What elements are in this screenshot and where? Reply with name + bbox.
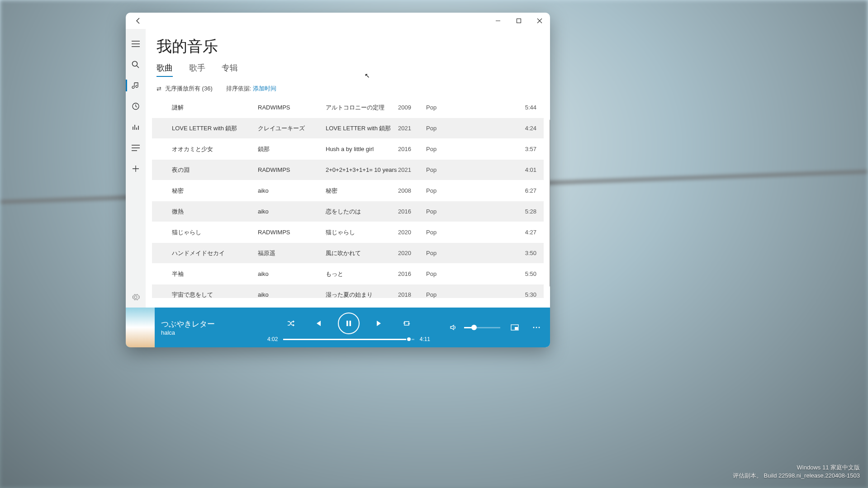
song-year: 2016	[398, 270, 426, 277]
hamburger-button[interactable]	[126, 33, 146, 54]
groove-music-window: 我的音乐 ↖ 歌曲 歌手 专辑 ⇄ 无序播放所有 (36) 排序依据: 添加时间…	[126, 13, 550, 347]
album-art[interactable]	[126, 308, 155, 347]
repeat-icon	[403, 319, 411, 327]
svg-rect-8	[515, 327, 518, 330]
content-area: 我的音乐 ↖ 歌曲 歌手 专辑 ⇄ 无序播放所有 (36) 排序依据: 添加时间…	[146, 29, 550, 308]
song-artist: RADWIMPS	[258, 166, 326, 173]
song-year: 2018	[398, 291, 426, 298]
song-duration: 5:30	[457, 291, 540, 298]
song-duration: 5:50	[457, 270, 540, 277]
song-row[interactable]: 謎解RADWIMPSアルトコロニーの定理2009Pop5:44	[152, 97, 544, 118]
sidebar-item-playlists[interactable]	[126, 137, 146, 158]
play-pause-button[interactable]	[338, 313, 360, 334]
volume-bar[interactable]	[464, 327, 500, 328]
song-album: 風に吹かれて	[326, 249, 398, 257]
song-title: 夜の淵	[172, 166, 258, 174]
tab-albums[interactable]: 专辑	[222, 62, 238, 77]
transport-controls	[284, 313, 414, 334]
song-year: 2016	[398, 208, 426, 215]
song-title: ハンドメイドセカイ	[172, 249, 258, 257]
song-row[interactable]: 秘密aiko秘密2008Pop6:27	[152, 180, 544, 201]
volume-icon	[449, 323, 457, 332]
svg-line-3	[137, 66, 139, 68]
settings-button[interactable]	[126, 287, 146, 308]
volume-button[interactable]	[446, 320, 460, 335]
song-list[interactable]: 謎解RADWIMPSアルトコロニーの定理2009Pop5:44LOVE LETT…	[146, 95, 550, 298]
scrollbar-thumb[interactable]	[550, 119, 550, 287]
shuffle-button[interactable]	[284, 316, 298, 331]
previous-button[interactable]	[311, 316, 325, 331]
song-artist: クレイユーキーズ	[258, 124, 326, 133]
shuffle-all-button[interactable]: ⇄ 无序播放所有 (36)	[157, 85, 213, 93]
repeat-button[interactable]	[399, 316, 414, 331]
song-year: 2020	[398, 229, 426, 236]
tab-artists[interactable]: 歌手	[189, 62, 205, 77]
search-button[interactable]	[126, 54, 146, 75]
song-row[interactable]: LOVE LETTER with 鎖那クレイユーキーズLOVE LETTER w…	[152, 118, 544, 138]
maximize-icon	[516, 18, 522, 24]
song-row[interactable]: 宇宙で息をしてaiko湿った夏の始まり2018Pop5:30	[152, 284, 544, 298]
now-playing-artist: halca	[161, 329, 251, 336]
song-genre: Pop	[426, 208, 457, 215]
song-genre: Pop	[426, 229, 457, 236]
sidebar-item-my-music[interactable]	[126, 75, 146, 96]
song-album: 秘密	[326, 187, 398, 195]
time-elapsed: 4:02	[267, 336, 278, 342]
watermark-line1: Windows 11 家庭中文版	[733, 464, 860, 472]
svg-rect-5	[346, 321, 348, 326]
song-artist: aiko	[258, 291, 326, 298]
svg-point-9	[533, 327, 535, 328]
close-button[interactable]	[529, 13, 550, 29]
song-duration: 4:01	[457, 166, 540, 173]
minimize-button[interactable]	[488, 13, 508, 29]
seek-handle[interactable]	[406, 336, 412, 342]
song-artist: aiko	[258, 187, 326, 194]
sort-by-value[interactable]: 添加时间	[253, 85, 276, 93]
song-row[interactable]: ハンドメイドセカイ福原遥風に吹かれて2020Pop3:50	[152, 243, 544, 263]
shuffle-all-label: 无序播放所有 (36)	[165, 85, 213, 93]
search-icon	[132, 61, 140, 69]
player-right-controls	[446, 320, 544, 335]
equalizer-icon	[132, 123, 140, 131]
song-duration: 5:28	[457, 208, 540, 215]
song-title: オオカミと少女	[172, 145, 258, 153]
song-genre: Pop	[426, 291, 457, 298]
song-row[interactable]: 猫じゃらしRADWIMPS猫じゃらし2020Pop4:27	[152, 222, 544, 242]
song-duration: 5:44	[457, 104, 540, 111]
sidebar-item-now-playing[interactable]	[126, 117, 146, 137]
song-year: 2021	[398, 166, 426, 173]
song-artist: 鎖那	[258, 145, 326, 153]
song-row[interactable]: 夜の淵RADWIMPS2+0+2+1+3+1+1= 10 years2021Po…	[152, 160, 544, 180]
song-artist: RADWIMPS	[258, 104, 326, 111]
song-row[interactable]: オオカミと少女鎖那Hush a by little girl2016Pop3:5…	[152, 139, 544, 159]
song-title: 半袖	[172, 270, 258, 278]
back-button[interactable]	[129, 13, 147, 29]
song-genre: Pop	[426, 104, 457, 111]
titlebar	[126, 13, 550, 29]
volume-handle[interactable]	[471, 325, 477, 330]
toolbar-row: ⇄ 无序播放所有 (36) 排序依据: 添加时间	[146, 78, 550, 95]
shuffle-icon: ⇄	[157, 85, 161, 92]
sidebar-item-recent[interactable]	[126, 96, 146, 117]
more-icon	[532, 327, 541, 328]
progress-row: 4:02 4:11	[267, 336, 430, 342]
more-button[interactable]	[529, 320, 544, 335]
seek-bar[interactable]	[283, 339, 414, 340]
tab-songs[interactable]: 歌曲	[157, 62, 173, 77]
song-row[interactable]: 半袖aikoもっと2016Pop5:50	[152, 264, 544, 284]
maximize-button[interactable]	[508, 13, 529, 29]
gear-icon	[132, 293, 140, 301]
close-icon	[537, 18, 542, 24]
sidebar-item-add[interactable]	[126, 158, 146, 179]
desktop-watermark: Windows 11 家庭中文版 评估副本。 Build 22598.ni_re…	[733, 464, 860, 480]
song-row[interactable]: 微熱aiko恋をしたのは2016Pop5:28	[152, 201, 544, 222]
pause-icon	[345, 320, 352, 327]
svg-point-11	[539, 327, 540, 328]
song-album: 猫じゃらし	[326, 228, 398, 237]
skip-next-icon	[375, 319, 384, 327]
next-button[interactable]	[372, 316, 387, 331]
song-artist: 福原遥	[258, 249, 326, 257]
song-year: 2020	[398, 250, 426, 256]
minimize-icon	[495, 18, 501, 24]
fullscreen-button[interactable]	[508, 320, 522, 335]
